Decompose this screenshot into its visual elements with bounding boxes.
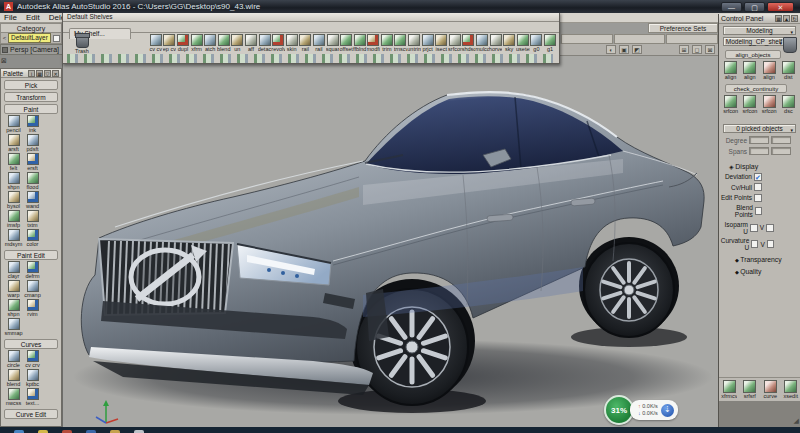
- panel-refresh-icon[interactable]: ↻: [791, 15, 798, 22]
- shelf-tool-button[interactable]: trim: [380, 34, 394, 52]
- panel-shelf-select[interactable]: Modeling_CP_shelf▾: [723, 37, 785, 46]
- palette-tool-button[interactable]: shpn: [4, 172, 23, 190]
- display-section-header[interactable]: Display: [729, 163, 800, 170]
- shelf-tool-button[interactable]: shdson: [462, 34, 476, 52]
- panel-tool-button[interactable]: curve: [762, 380, 778, 399]
- shelf-tool-button[interactable]: sky: [502, 34, 516, 52]
- panel-tool-button[interactable]: dist: [780, 61, 796, 80]
- shelf-tool-button[interactable]: dupl: [176, 34, 190, 52]
- panel-tool-button[interactable]: align: [742, 61, 758, 80]
- shelf-tool-row-2[interactable]: [67, 54, 553, 63]
- checkbox[interactable]: [751, 240, 758, 248]
- checkbox[interactable]: [754, 183, 762, 191]
- shelf-tool-button[interactable]: modfit: [367, 34, 381, 52]
- palette-tool-button[interactable]: warp: [4, 280, 23, 298]
- palette-tab-paint[interactable]: Paint: [4, 104, 58, 114]
- palette-tab-transform[interactable]: Transform: [4, 92, 58, 102]
- palette-tool-button[interactable]: kptbc: [23, 369, 42, 387]
- panel-tool-button[interactable]: xfrmcv: [721, 380, 737, 399]
- viewport-window-icon[interactable]: ⊠: [705, 45, 715, 54]
- palette-tab-pick[interactable]: Pick: [4, 80, 58, 90]
- v-checkbox[interactable]: [766, 224, 774, 232]
- panel-tool-button[interactable]: srfcon: [723, 95, 739, 114]
- panel-tool-button[interactable]: align: [761, 61, 777, 80]
- align-objects-tab[interactable]: align_objects: [725, 50, 781, 59]
- viewport-window-icon[interactable]: ◻: [692, 45, 702, 54]
- panel-tool-button[interactable]: srfsrf: [742, 380, 758, 399]
- shelf-tool-button[interactable]: atch: [203, 34, 217, 52]
- palette-tool-button[interactable]: blend: [4, 369, 23, 387]
- value-input[interactable]: [749, 136, 769, 144]
- checkbox[interactable]: [754, 194, 762, 202]
- palette-tool-button[interactable]: clayr: [4, 261, 23, 279]
- viewport-toolbar-icon[interactable]: ▣: [619, 45, 629, 54]
- palette-tool-button[interactable]: cmanp: [23, 280, 42, 298]
- value-input[interactable]: [771, 147, 791, 155]
- palette-tool-button[interactable]: bysol: [4, 191, 23, 209]
- picked-objects-select[interactable]: 0 picked objects▾: [723, 124, 796, 133]
- panel-collapse-icon[interactable]: ▲: [783, 15, 790, 22]
- trash-tool[interactable]: Trash: [69, 35, 95, 54]
- shelf-tool-button[interactable]: revolv: [271, 34, 285, 52]
- active-layer-chip[interactable]: DefaultLayer: [8, 33, 51, 43]
- viewport-toolbar-icon[interactable]: ◐: [606, 45, 616, 54]
- windows-taskbar[interactable]: [0, 427, 800, 433]
- palette-tool-button[interactable]: shpn: [4, 299, 23, 317]
- palette-tool-button[interactable]: arsft: [4, 134, 23, 152]
- shelf-tool-button[interactable]: skin: [285, 34, 299, 52]
- shelf-tool-button[interactable]: untrim: [407, 34, 421, 52]
- empty-tab[interactable]: [614, 34, 666, 44]
- menu-item[interactable]: File: [4, 13, 17, 22]
- palette-tool-button[interactable]: txtm: [23, 210, 42, 228]
- maximize-button[interactable]: ▢: [744, 2, 765, 12]
- control-panel-title-bar[interactable]: Control Panel ▦ ▲ ↻: [719, 14, 800, 24]
- category-header[interactable]: Category: [0, 23, 62, 33]
- shelf-tool-button[interactable]: ep cv: [163, 34, 177, 52]
- palette-tool-button[interactable]: defrm: [23, 261, 42, 279]
- palette-tool-button[interactable]: nwcss: [4, 388, 23, 406]
- preference-sets-button[interactable]: Preference Sets: [648, 23, 718, 33]
- display-subsection[interactable]: Transparency: [735, 256, 800, 263]
- palette-tool-button[interactable]: rvim: [23, 299, 42, 317]
- palette-tool-button[interactable]: pencil: [4, 115, 23, 133]
- viewport-corner-icon[interactable]: ⊠: [1, 57, 7, 64]
- menu-item[interactable]: Edit: [26, 13, 40, 22]
- viewport-window-icon[interactable]: ⊞: [679, 45, 689, 54]
- shelf-tool-button[interactable]: srfcon: [448, 34, 462, 52]
- v-checkbox[interactable]: [767, 240, 774, 248]
- palette-tool-button[interactable]: pdsft: [23, 134, 42, 152]
- checkbox[interactable]: [750, 224, 758, 232]
- palette-tab-curves[interactable]: Curves: [4, 339, 58, 349]
- layer-scroll-left-button[interactable]: <: [1, 35, 8, 41]
- minimize-button[interactable]: —: [721, 2, 742, 12]
- shelf-tool-button[interactable]: un: [231, 34, 245, 52]
- shelf-tool-button[interactable]: isect: [434, 34, 448, 52]
- palette-tool-button[interactable]: text...: [23, 388, 42, 406]
- shelf-window-title[interactable]: Default Shelves: [63, 13, 559, 22]
- panel-tool-button[interactable]: xsedit: [783, 380, 799, 399]
- palette-grid-icon[interactable]: ▦: [36, 70, 43, 77]
- shelf-tool-button[interactable]: detach: [258, 34, 272, 52]
- palette-tab-curve-edit[interactable]: Curve Edit: [4, 409, 58, 419]
- panel-tool-button[interactable]: align: [723, 61, 739, 80]
- palette-tool-button[interactable]: color: [23, 229, 42, 247]
- palette-tool-button[interactable]: ersft: [23, 153, 42, 171]
- palette-title-bar[interactable]: Palette i ▦ ▽ ✕: [1, 69, 61, 78]
- palette-tool-button[interactable]: flood: [23, 172, 42, 190]
- shelf-tool-button[interactable]: mulcol: [475, 34, 489, 52]
- checkbox[interactable]: [755, 207, 763, 215]
- viewport-toolbar-icon[interactable]: ◩: [632, 45, 642, 54]
- shelf-tool-button[interactable]: trnscvt: [394, 34, 408, 52]
- shelf-tool-button[interactable]: aff: [244, 34, 258, 52]
- palette-tool-button[interactable]: wand: [23, 191, 42, 209]
- palette-close-icon[interactable]: ✕: [52, 70, 59, 77]
- perspective-viewport[interactable]: [62, 55, 718, 427]
- shelf-tool-button[interactable]: rail: [312, 34, 326, 52]
- panel-tool-button[interactable]: dsc: [780, 95, 796, 114]
- shelf-tool-button[interactable]: rail: [299, 34, 313, 52]
- shelf-tool-button[interactable]: square: [326, 34, 340, 52]
- panel-trash-icon[interactable]: [783, 37, 797, 53]
- shelf-tool-button[interactable]: ffblnd: [353, 34, 367, 52]
- layer-visibility-checkbox[interactable]: [53, 35, 60, 42]
- palette-info-icon[interactable]: i: [28, 70, 35, 77]
